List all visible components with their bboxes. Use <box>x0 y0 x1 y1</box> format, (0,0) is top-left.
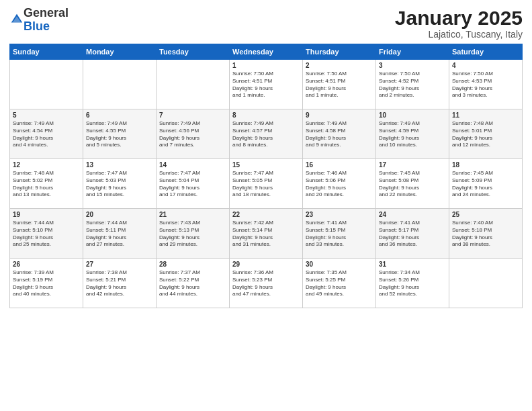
calendar-week-row: 26Sunrise: 7:39 AMSunset: 5:19 PMDayligh… <box>10 259 523 308</box>
calendar-header-row: Sunday Monday Tuesday Wednesday Thursday… <box>10 44 523 60</box>
table-row: 20Sunrise: 7:44 AMSunset: 5:11 PMDayligh… <box>83 209 157 259</box>
table-row: 1Sunrise: 7:50 AMSunset: 4:51 PMDaylight… <box>230 60 303 109</box>
day-number: 17 <box>379 161 446 169</box>
table-row <box>83 60 157 109</box>
table-row: 4Sunrise: 7:50 AMSunset: 4:53 PMDaylight… <box>449 60 523 109</box>
header-saturday: Saturday <box>449 44 523 60</box>
table-row: 13Sunrise: 7:47 AMSunset: 5:03 PMDayligh… <box>83 159 157 209</box>
table-row: 17Sunrise: 7:45 AMSunset: 5:08 PMDayligh… <box>376 159 449 209</box>
day-info: Sunrise: 7:50 AMSunset: 4:51 PMDaylight:… <box>306 71 373 99</box>
day-number: 22 <box>232 211 300 218</box>
table-row: 18Sunrise: 7:45 AMSunset: 5:09 PMDayligh… <box>449 159 523 209</box>
day-number: 28 <box>159 261 226 268</box>
table-row: 16Sunrise: 7:46 AMSunset: 5:06 PMDayligh… <box>303 159 376 209</box>
day-info: Sunrise: 7:50 AMSunset: 4:52 PMDaylight:… <box>379 71 446 99</box>
table-row: 3Sunrise: 7:50 AMSunset: 4:52 PMDaylight… <box>376 60 449 109</box>
day-number: 27 <box>86 261 153 268</box>
logo-text: General Blue <box>24 7 69 34</box>
day-info: Sunrise: 7:50 AMSunset: 4:53 PMDaylight:… <box>452 71 519 99</box>
day-info: Sunrise: 7:44 AMSunset: 5:10 PMDaylight:… <box>13 220 80 248</box>
day-info: Sunrise: 7:45 AMSunset: 5:08 PMDaylight:… <box>379 170 446 199</box>
table-row: 19Sunrise: 7:44 AMSunset: 5:10 PMDayligh… <box>10 209 83 259</box>
table-row: 23Sunrise: 7:41 AMSunset: 5:15 PMDayligh… <box>303 209 376 259</box>
calendar-title: January 2025 <box>395 7 523 29</box>
day-info: Sunrise: 7:47 AMSunset: 5:05 PMDaylight:… <box>232 170 300 199</box>
header-friday: Friday <box>376 44 449 60</box>
table-row: 5Sunrise: 7:49 AMSunset: 4:54 PMDaylight… <box>10 109 83 159</box>
day-number: 5 <box>13 111 80 119</box>
table-row: 26Sunrise: 7:39 AMSunset: 5:19 PMDayligh… <box>10 259 83 308</box>
day-info: Sunrise: 7:44 AMSunset: 5:11 PMDaylight:… <box>86 220 153 248</box>
table-row: 29Sunrise: 7:36 AMSunset: 5:23 PMDayligh… <box>230 259 303 308</box>
day-number: 13 <box>86 161 153 169</box>
table-row: 10Sunrise: 7:49 AMSunset: 4:59 PMDayligh… <box>376 109 449 159</box>
header-wednesday: Wednesday <box>230 44 303 60</box>
day-info: Sunrise: 7:37 AMSunset: 5:22 PMDaylight:… <box>159 269 226 298</box>
day-number: 19 <box>13 211 80 218</box>
day-info: Sunrise: 7:40 AMSunset: 5:18 PMDaylight:… <box>452 220 519 248</box>
day-info: Sunrise: 7:47 AMSunset: 5:04 PMDaylight:… <box>159 170 226 199</box>
logo-icon <box>10 12 24 26</box>
day-number: 30 <box>306 261 373 268</box>
day-info: Sunrise: 7:43 AMSunset: 5:13 PMDaylight:… <box>159 220 226 248</box>
day-info: Sunrise: 7:36 AMSunset: 5:23 PMDaylight:… <box>232 269 300 298</box>
day-number: 3 <box>379 62 446 69</box>
day-number: 20 <box>86 211 153 218</box>
table-row: 11Sunrise: 7:48 AMSunset: 5:01 PMDayligh… <box>449 109 523 159</box>
table-row: 6Sunrise: 7:49 AMSunset: 4:55 PMDaylight… <box>83 109 157 159</box>
day-info: Sunrise: 7:49 AMSunset: 4:55 PMDaylight:… <box>86 120 153 149</box>
calendar-week-row: 12Sunrise: 7:48 AMSunset: 5:02 PMDayligh… <box>10 159 523 209</box>
table-row: 31Sunrise: 7:34 AMSunset: 5:26 PMDayligh… <box>376 259 449 308</box>
calendar-table: Sunday Monday Tuesday Wednesday Thursday… <box>9 44 523 308</box>
table-row: 12Sunrise: 7:48 AMSunset: 5:02 PMDayligh… <box>10 159 83 209</box>
day-info: Sunrise: 7:50 AMSunset: 4:51 PMDaylight:… <box>232 71 300 99</box>
day-info: Sunrise: 7:45 AMSunset: 5:09 PMDaylight:… <box>452 170 519 199</box>
calendar-week-row: 19Sunrise: 7:44 AMSunset: 5:10 PMDayligh… <box>10 209 523 259</box>
day-info: Sunrise: 7:46 AMSunset: 5:06 PMDaylight:… <box>306 170 373 199</box>
table-row: 28Sunrise: 7:37 AMSunset: 5:22 PMDayligh… <box>157 259 230 308</box>
day-info: Sunrise: 7:39 AMSunset: 5:19 PMDaylight:… <box>13 269 80 298</box>
day-number: 11 <box>452 111 519 119</box>
header-monday: Monday <box>83 44 157 60</box>
day-number: 7 <box>159 111 226 119</box>
day-number: 10 <box>379 111 446 119</box>
day-number: 26 <box>13 261 80 268</box>
day-info: Sunrise: 7:49 AMSunset: 4:57 PMDaylight:… <box>232 120 300 149</box>
table-row: 24Sunrise: 7:41 AMSunset: 5:17 PMDayligh… <box>376 209 449 259</box>
day-number: 4 <box>452 62 519 69</box>
day-number: 18 <box>452 161 519 169</box>
header-tuesday: Tuesday <box>157 44 230 60</box>
calendar-week-row: 5Sunrise: 7:49 AMSunset: 4:54 PMDaylight… <box>10 109 523 159</box>
day-number: 2 <box>306 62 373 69</box>
day-number: 29 <box>232 261 300 268</box>
table-row <box>10 60 83 109</box>
table-row: 7Sunrise: 7:49 AMSunset: 4:56 PMDaylight… <box>157 109 230 159</box>
page-header: General Blue January 2025 Lajatico, Tusc… <box>9 7 523 40</box>
table-row: 21Sunrise: 7:43 AMSunset: 5:13 PMDayligh… <box>157 209 230 259</box>
table-row: 22Sunrise: 7:42 AMSunset: 5:14 PMDayligh… <box>230 209 303 259</box>
day-number: 14 <box>159 161 226 169</box>
day-info: Sunrise: 7:48 AMSunset: 5:01 PMDaylight:… <box>452 120 519 149</box>
table-row: 9Sunrise: 7:49 AMSunset: 4:58 PMDaylight… <box>303 109 376 159</box>
day-info: Sunrise: 7:38 AMSunset: 5:21 PMDaylight:… <box>86 269 153 298</box>
day-number: 16 <box>306 161 373 169</box>
day-number: 31 <box>379 261 446 268</box>
day-info: Sunrise: 7:48 AMSunset: 5:02 PMDaylight:… <box>13 170 80 199</box>
table-row <box>449 259 523 308</box>
day-info: Sunrise: 7:34 AMSunset: 5:26 PMDaylight:… <box>379 269 446 298</box>
day-number: 1 <box>232 62 300 69</box>
table-row: 30Sunrise: 7:35 AMSunset: 5:25 PMDayligh… <box>303 259 376 308</box>
table-row: 8Sunrise: 7:49 AMSunset: 4:57 PMDaylight… <box>230 109 303 159</box>
table-row: 2Sunrise: 7:50 AMSunset: 4:51 PMDaylight… <box>303 60 376 109</box>
day-number: 9 <box>306 111 373 119</box>
day-info: Sunrise: 7:41 AMSunset: 5:15 PMDaylight:… <box>306 220 373 248</box>
day-info: Sunrise: 7:49 AMSunset: 4:58 PMDaylight:… <box>306 120 373 149</box>
day-number: 24 <box>379 211 446 218</box>
logo-blue: Blue <box>24 19 50 33</box>
table-row: 15Sunrise: 7:47 AMSunset: 5:05 PMDayligh… <box>230 159 303 209</box>
day-info: Sunrise: 7:49 AMSunset: 4:59 PMDaylight:… <box>379 120 446 149</box>
day-info: Sunrise: 7:49 AMSunset: 4:56 PMDaylight:… <box>159 120 226 149</box>
day-info: Sunrise: 7:41 AMSunset: 5:17 PMDaylight:… <box>379 220 446 248</box>
day-info: Sunrise: 7:35 AMSunset: 5:25 PMDaylight:… <box>306 269 373 298</box>
header-sunday: Sunday <box>10 44 83 60</box>
